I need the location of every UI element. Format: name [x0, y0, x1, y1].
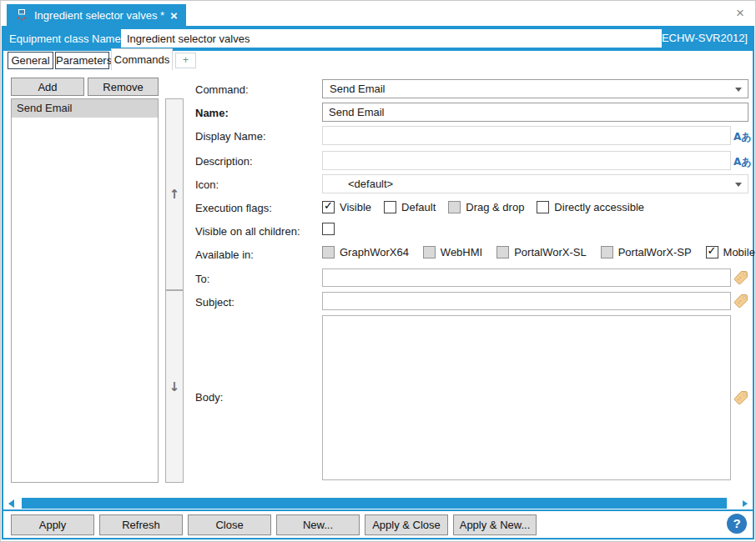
- checkbox-box: [496, 246, 509, 258]
- subject-label: Subject:: [195, 296, 234, 309]
- apply-and-new-button[interactable]: Apply & New...: [453, 514, 537, 535]
- checkbox-label: PortalWorX-SL: [514, 246, 586, 258]
- move-up-button[interactable]: ↑: [165, 98, 184, 290]
- checkbox-mobilehmi[interactable]: ✓ MobileHMI: [706, 246, 756, 258]
- to-label: To:: [195, 273, 209, 285]
- apply-and-close-button[interactable]: Apply & Close: [365, 514, 448, 535]
- name-label: Name:: [195, 107, 229, 119]
- checkbox-label: PortalWorX-SP: [618, 246, 692, 258]
- up-arrow-icon: ↑: [169, 187, 180, 202]
- tab-general[interactable]: General: [8, 52, 53, 69]
- checkbox-label: Default: [401, 201, 436, 213]
- horizontal-scrollbar-thumb[interactable]: [22, 498, 727, 509]
- commands-listbox[interactable]: Send Email: [11, 98, 159, 483]
- icon-label: Icon:: [195, 178, 219, 191]
- body-textarea[interactable]: [322, 315, 731, 480]
- checkbox-label: WebHMI: [441, 246, 482, 258]
- command-label: Command:: [195, 83, 249, 96]
- checkbox-box: [322, 223, 335, 235]
- checkbox-portalworx-sl: PortalWorX-SL: [496, 246, 586, 258]
- server-badge: [TECHW-SVR2012]: [652, 26, 748, 51]
- checkbox-visible[interactable]: ✓ Visible: [322, 201, 371, 213]
- refresh-button[interactable]: Refresh: [99, 514, 183, 535]
- display-name-label: Display Name:: [195, 130, 266, 143]
- left-border: [2, 26, 3, 539]
- description-label: Description:: [195, 155, 253, 168]
- equipment-class-name-input[interactable]: [121, 29, 662, 48]
- checkbox-label: MobileHMI: [723, 246, 756, 258]
- command-combobox-value: Send Email: [330, 83, 385, 95]
- close-button[interactable]: Close: [188, 514, 271, 535]
- equipment-class-name-label: Equipment class Name:: [9, 33, 123, 45]
- check-icon: ✓: [708, 244, 717, 257]
- visible-on-all-children-row: [322, 223, 335, 235]
- visible-on-all-children-label: Visible on all children:: [195, 225, 300, 238]
- display-name-input[interactable]: [322, 126, 731, 145]
- check-icon: ✓: [324, 199, 333, 212]
- checkbox-label: GraphWorX64: [340, 246, 409, 258]
- document-tab-close-icon[interactable]: ×: [170, 8, 178, 23]
- checkbox-default[interactable]: Default: [384, 201, 436, 213]
- command-combobox[interactable]: Send Email: [322, 79, 748, 98]
- name-input[interactable]: [322, 103, 748, 122]
- execution-flags-label: Execution flags:: [195, 202, 272, 214]
- list-item-send-email[interactable]: Send Email: [12, 99, 158, 118]
- apply-button[interactable]: Apply: [11, 514, 94, 535]
- down-arrow-icon: ↓: [169, 379, 180, 394]
- document-tab[interactable]: Ingredient selector valves * ×: [7, 4, 186, 26]
- header-bar: Equipment class Name: [TECHW-SVR2012]: [2, 26, 754, 51]
- checkbox-box: [601, 246, 613, 258]
- checkbox-portalworx-sp: PortalWorX-SP: [601, 246, 692, 258]
- body-label: Body:: [195, 391, 223, 404]
- chevron-down-icon: [735, 183, 742, 187]
- checkbox-box: ✓: [322, 201, 335, 213]
- checkbox-box: [322, 246, 335, 258]
- chevron-down-icon: [735, 88, 742, 92]
- tab-parameters[interactable]: Parameters: [55, 52, 109, 69]
- remove-command-button[interactable]: Remove: [88, 78, 159, 96]
- checkbox-visible-on-all-children[interactable]: [322, 223, 335, 235]
- right-border: [753, 26, 754, 539]
- checkbox-label: Directly accessible: [554, 201, 644, 213]
- checkbox-box: ✓: [706, 246, 718, 258]
- scrollbar-right-arrow[interactable]: [743, 500, 748, 507]
- available-in-row: GraphWorX64 WebHMI PortalWorX-SL PortalW…: [322, 246, 756, 258]
- localize-icon[interactable]: Aあ: [733, 130, 752, 144]
- available-in-label: Available in:: [195, 248, 254, 261]
- icon-combobox-value: <default>: [348, 178, 393, 190]
- tab-add[interactable]: +: [175, 53, 196, 68]
- execution-flags-row: ✓ Visible Default Drag & drop Directly a…: [322, 201, 644, 213]
- equipment-class-icon: [15, 8, 28, 22]
- icon-combobox[interactable]: <default>: [322, 174, 748, 193]
- description-input[interactable]: [322, 151, 731, 170]
- checkbox-box: [423, 246, 436, 258]
- tag-browse-icon[interactable]: [733, 390, 748, 405]
- help-icon[interactable]: ?: [727, 514, 747, 534]
- footer-separator: [2, 509, 754, 511]
- checkbox-box: [384, 201, 396, 213]
- checkbox-directly-accessible[interactable]: Directly accessible: [537, 201, 644, 213]
- move-down-button[interactable]: ↓: [165, 290, 184, 483]
- scrollbar-left-arrow[interactable]: [8, 499, 14, 508]
- checkbox-box: [537, 201, 549, 213]
- bottom-border: [2, 538, 754, 539]
- window-close-icon[interactable]: ×: [732, 5, 748, 22]
- new-button[interactable]: New...: [276, 514, 360, 535]
- add-command-button[interactable]: Add: [11, 78, 84, 96]
- checkbox-label: Visible: [340, 201, 371, 213]
- tag-browse-icon[interactable]: [733, 270, 748, 285]
- to-input[interactable]: [322, 268, 731, 287]
- checkbox-drag-and-drop: Drag & drop: [448, 201, 524, 213]
- tag-browse-icon[interactable]: [733, 294, 748, 309]
- checkbox-label: Drag & drop: [466, 201, 524, 213]
- document-tab-title: Ingredient selector valves *: [34, 9, 164, 22]
- checkbox-box: [448, 201, 461, 213]
- tab-commands[interactable]: Commands: [111, 48, 173, 70]
- subject-input[interactable]: [322, 292, 731, 310]
- checkbox-graphworx64: GraphWorX64: [322, 246, 409, 258]
- equipment-class-dialog: Ingredient selector valves * × × Equipme…: [0, 0, 756, 542]
- checkbox-webhmi: WebHMI: [423, 246, 482, 258]
- localize-icon[interactable]: Aあ: [733, 155, 752, 169]
